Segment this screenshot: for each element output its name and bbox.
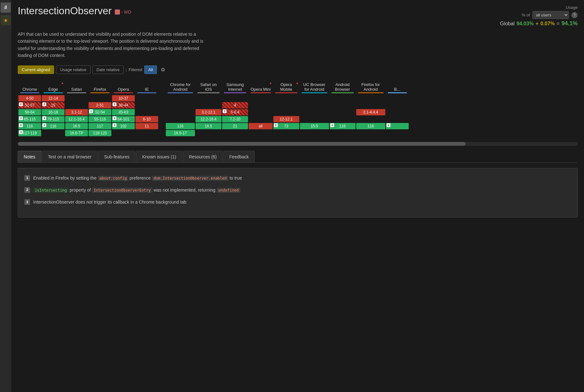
cell-opera_mini-row2 <box>249 109 273 115</box>
cell-text: 16.5 <box>73 124 80 128</box>
usage-equals: = <box>557 21 560 27</box>
cell-text: 117-119 <box>23 131 37 135</box>
cell-b-row1 <box>386 102 409 108</box>
cell-text: 58-64 <box>25 110 35 114</box>
cell-ie-row1 <box>135 102 158 108</box>
cell-b-row4: 3 <box>386 123 409 129</box>
opera-mobile-star: ★ <box>296 82 299 85</box>
filter-current-aligned[interactable]: Current aligned <box>18 65 54 74</box>
cell-text: 4-50 <box>26 96 34 101</box>
cell-text: 117 <box>97 124 103 128</box>
tab-notes[interactable]: Notes <box>18 151 41 162</box>
cell-chrome-row4: 3116 <box>18 123 41 129</box>
cell-opera-row4: 3102 <box>112 123 135 129</box>
tab-test[interactable]: Test on a real browser <box>42 151 98 162</box>
table-row: 4-5012-1410-37 <box>18 95 409 101</box>
cell-opera_mobile-row2 <box>273 109 299 115</box>
cell-text: 116 <box>368 124 374 128</box>
cell-text: 4 <box>234 103 236 107</box>
note-badge: 2 <box>223 109 227 113</box>
cell-text: 12.1-16.4 <box>69 117 85 121</box>
cell-ie-row5 <box>135 130 158 136</box>
cell-safari_ios-row4: 16.5 <box>196 123 221 129</box>
main-content: IntersectionObserver - WD Usage % of all… <box>11 0 584 392</box>
cell-text: all <box>259 124 263 128</box>
cell-safari_ios-row3: 12.2-16.4 <box>196 116 221 122</box>
note-badge: 2 <box>42 102 46 106</box>
table-row: 251-572152-51238-444 <box>18 102 409 108</box>
cell-ie-row0 <box>135 95 158 101</box>
cell-text: 38-44 <box>119 103 128 107</box>
note-badge: 3 <box>113 123 116 127</box>
cell-safari-row2: 3.1-12 <box>65 109 88 115</box>
cell-chrome_android-row4: 116 <box>166 123 195 129</box>
tab-feedback[interactable]: Feedback <box>223 151 255 162</box>
filter-all[interactable]: All <box>144 65 157 74</box>
cell-android-row5 <box>330 130 356 136</box>
cell-opera-row5 <box>112 130 135 136</box>
cell-text: 2-51 <box>96 103 104 107</box>
cell-uc-row2 <box>300 109 329 115</box>
scrollbar-thumb <box>18 142 466 146</box>
col-firefox-android: Firefox for Android <box>356 81 385 95</box>
cell-spacer-row2 <box>159 109 165 115</box>
cell-chrome-row3: 365-115 <box>18 116 41 122</box>
wd-badge: - WD <box>115 9 131 15</box>
cell-spacer-row5 <box>159 130 165 136</box>
cell-chrome-row0: 4-50 <box>18 95 41 101</box>
cell-opera_mobile-row4: 373 <box>273 123 299 129</box>
col-opera-mini: Opera Mini ★ <box>249 81 273 95</box>
cell-edge-row1: 215 <box>42 102 65 108</box>
note-num-1: 1 <box>24 175 30 181</box>
cell-text: 12-14 <box>48 96 58 101</box>
wd-label: - WD <box>121 9 131 15</box>
cell-samsung-row4: 21 <box>222 123 248 129</box>
cell-opera_mini-row1 <box>249 102 273 108</box>
col-edge: Edge ★ <box>42 81 65 95</box>
gear-button[interactable]: ⚙ <box>159 66 167 73</box>
cell-safari_ios-row2: 3.2-12.1 <box>196 109 221 115</box>
cell-opera_mobile-row0 <box>273 95 299 101</box>
note1-code2: dom.IntersectionObserver.enabled <box>152 176 228 181</box>
cell-b-row0 <box>386 95 409 101</box>
cell-android-row1 <box>330 102 356 108</box>
filter-usage-relative[interactable]: Usage relative <box>56 65 90 74</box>
tab-known-issues[interactable]: Known issues (1) <box>136 151 182 162</box>
tab-subfeatures[interactable]: Sub-features <box>98 151 135 162</box>
note-text-2: isIntersecting property of IntersectionO… <box>33 187 240 193</box>
col-uc: UC Browser for Android <box>300 81 329 95</box>
cell-text: 12-12.1 <box>280 117 293 121</box>
tab-resources[interactable]: Resources (6) <box>183 151 223 162</box>
cell-text: 6-10 <box>143 117 151 121</box>
table-row: 3117-11916.6-TP118-12016.6-17 <box>18 130 409 136</box>
horizontal-scrollbar[interactable] <box>18 142 578 146</box>
cell-uc-row4: 15.5 <box>300 123 329 129</box>
col-chrome-android: Chrome for Android <box>166 81 195 95</box>
cell-firefox_android-row4: 116 <box>356 123 385 129</box>
browser-table: Chrome Edge ★ <box>18 80 409 137</box>
cell-chrome-row2: 58-64 <box>18 109 41 115</box>
hash-icon[interactable]: # <box>1 3 11 13</box>
filter-date-relative[interactable]: Date relative <box>92 65 124 74</box>
help-button[interactable]: ? <box>571 12 578 18</box>
cell-samsung-row0 <box>222 95 248 101</box>
cell-ie-row4: 11 <box>135 123 158 129</box>
usage-plus: + <box>536 21 538 27</box>
cell-safari_ios-row1 <box>196 102 221 108</box>
cell-text: 3.2-12.1 <box>202 110 215 114</box>
cell-samsung-row2: 25-6.4 <box>222 109 248 115</box>
edge-star: ★ <box>61 82 64 85</box>
col-spacer <box>159 81 165 95</box>
cell-safari_ios-row5 <box>196 130 221 136</box>
users-select[interactable]: all users desktop users mobile users <box>532 11 569 19</box>
cell-text: 12.2-16.4 <box>201 117 217 121</box>
col-firefox: Firefox <box>89 81 111 95</box>
cell-opera-row1: 238-44 <box>112 102 135 108</box>
cell-text: 64-101 <box>117 117 129 121</box>
note-item-3: 3 IntersectionObserver does not trigger … <box>24 199 571 205</box>
star-icon[interactable]: ★ <box>1 15 11 25</box>
cell-text: 51-57 <box>25 103 35 107</box>
cell-text: 5-6.4 <box>231 110 239 114</box>
cell-text: 118-120 <box>93 131 107 135</box>
note-badge: 3 <box>19 123 23 127</box>
